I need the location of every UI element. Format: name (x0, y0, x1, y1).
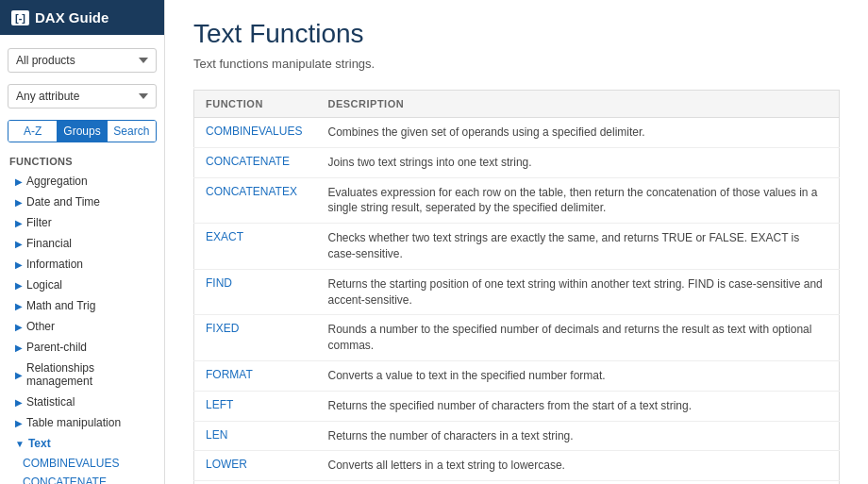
view-tabs: A-Z Groups Search (8, 120, 157, 142)
chevron-right-icon: ▶ (15, 259, 23, 270)
brand-title: DAX Guide (35, 9, 108, 25)
function-description: Returns a string of characters from the … (317, 481, 840, 484)
chevron-down-icon: ▼ (15, 439, 25, 449)
sidebar-item-statistical[interactable]: ▶ Statistical (0, 392, 164, 412)
table-row: FIXEDRounds a number to the specified nu… (194, 315, 840, 361)
chevron-right-icon: ▶ (15, 176, 23, 187)
section-functions-label: FUNCTIONS (0, 148, 164, 171)
chevron-right-icon: ▶ (15, 197, 23, 208)
chevron-right-icon: ▶ (15, 342, 23, 353)
sidebar-item-date-time[interactable]: ▶ Date and Time (0, 192, 164, 212)
sidebar-sub-concatenate[interactable]: CONCATENATE (0, 473, 164, 484)
sidebar-item-relationships[interactable]: ▶ Relationships management (0, 358, 164, 392)
function-name[interactable]: CONCATENATE (194, 147, 317, 177)
functions-table: FUNCTION DESCRIPTION COMBINEVALUESCombin… (193, 90, 840, 484)
function-description: Checks whether two text strings are exac… (317, 224, 840, 270)
function-description: Returns the number of characters in a te… (317, 421, 840, 451)
sidebar-item-math[interactable]: ▶ Math and Trig (0, 295, 164, 316)
function-description: Converts a value to text in the specifie… (317, 360, 840, 391)
sidebar-item-aggregation[interactable]: ▶ Aggregation (0, 171, 164, 192)
page-subtitle: Text functions manipulate strings. (193, 57, 840, 71)
function-name[interactable]: FORMAT (194, 360, 317, 391)
tab-search[interactable]: Search (108, 121, 156, 142)
chevron-right-icon: ▶ (15, 218, 23, 228)
brand-header: [-] DAX Guide (0, 0, 164, 35)
chevron-right-icon: ▶ (15, 239, 23, 249)
table-row: LEFTReturns the specified number of char… (194, 391, 840, 421)
function-name[interactable]: LEN (194, 421, 317, 451)
sidebar-item-table-manipulation[interactable]: ▶ Table manipulation (0, 412, 164, 433)
table-row: LOWERConverts all letters in a text stri… (194, 451, 840, 481)
function-name[interactable]: FIXED (194, 315, 317, 361)
function-name[interactable]: COMBINEVALUES (194, 118, 317, 148)
table-row: FINDReturns the starting position of one… (194, 269, 840, 315)
function-description: Joins two text strings into one text str… (317, 147, 840, 177)
col-header-function: FUNCTION (194, 91, 317, 118)
tab-az[interactable]: A-Z (8, 121, 58, 142)
dax-logo: [-] (11, 10, 29, 25)
tab-groups[interactable]: Groups (58, 121, 107, 142)
function-description: Combines the given set of operands using… (317, 118, 840, 148)
chevron-right-icon: ▶ (15, 280, 23, 291)
col-header-description: DESCRIPTION (317, 91, 840, 118)
sidebar-item-financial[interactable]: ▶ Financial (0, 233, 164, 254)
sidebar-body: All products Any attribute A-Z Groups Se… (0, 35, 164, 484)
function-name[interactable]: CONCATENATEX (194, 177, 317, 224)
function-name[interactable]: LOWER (194, 451, 317, 481)
chevron-right-icon: ▶ (15, 322, 23, 332)
chevron-right-icon: ▶ (15, 301, 23, 311)
main-content: Text Functions Text functions manipulate… (165, 0, 868, 484)
function-description: Returns the specified number of characte… (317, 391, 840, 421)
function-description: Converts all letters in a text string to… (317, 451, 840, 481)
sidebar-item-filter[interactable]: ▶ Filter (0, 212, 164, 233)
chevron-right-icon: ▶ (15, 397, 23, 408)
page-title: Text Functions (193, 19, 840, 49)
table-row: FORMATConverts a value to text in the sp… (194, 360, 840, 391)
table-row: EXACTChecks whether two text strings are… (194, 224, 840, 270)
function-name[interactable]: EXACT (194, 224, 317, 270)
sidebar-item-parent-child[interactable]: ▶ Parent-child (0, 337, 164, 358)
sidebar-sub-combinevalues[interactable]: COMBINEVALUES (0, 454, 164, 473)
function-description: Rounds a number to the specified number … (317, 315, 840, 361)
function-name[interactable]: MID (194, 481, 317, 484)
function-description: Evaluates expression for each row on the… (317, 177, 840, 224)
table-row: LENReturns the number of characters in a… (194, 421, 840, 451)
chevron-right-icon: ▶ (15, 370, 23, 380)
sidebar-item-logical[interactable]: ▶ Logical (0, 275, 164, 295)
function-description: Returns the starting position of one tex… (317, 269, 840, 315)
chevron-right-icon: ▶ (15, 418, 23, 428)
table-row: CONCATENATEXEvaluates expression for eac… (194, 177, 840, 224)
sidebar-item-other[interactable]: ▶ Other (0, 316, 164, 337)
table-row: CONCATENATEJoins two text strings into o… (194, 147, 840, 177)
products-dropdown[interactable]: All products (8, 48, 157, 73)
sidebar-item-information[interactable]: ▶ Information (0, 254, 164, 275)
attribute-dropdown[interactable]: Any attribute (8, 84, 157, 108)
function-name[interactable]: FIND (194, 269, 317, 315)
sidebar: [-] DAX Guide All products Any attribute… (0, 0, 165, 484)
table-row: COMBINEVALUESCombines the given set of o… (194, 118, 840, 148)
table-row: MIDReturns a string of characters from t… (194, 481, 840, 484)
sidebar-item-text[interactable]: ▼ Text (0, 433, 164, 454)
function-name[interactable]: LEFT (194, 391, 317, 421)
